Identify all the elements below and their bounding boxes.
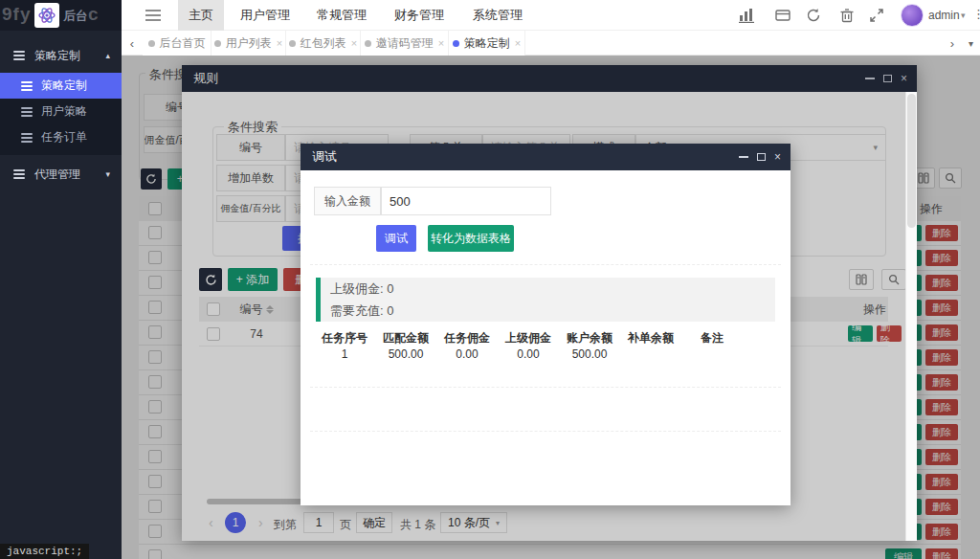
tab-dot bbox=[148, 40, 155, 47]
result-header: 账户余额 bbox=[559, 330, 620, 347]
list-icon bbox=[13, 168, 25, 181]
sidebar-group-label: 策略定制 bbox=[34, 48, 80, 64]
result-header: 任务序号 bbox=[314, 330, 375, 347]
tabs-menu-icon[interactable]: ▾ bbox=[962, 31, 980, 56]
app-logo bbox=[34, 3, 59, 28]
sidebar-group-agent[interactable]: 代理管理 ▾ bbox=[0, 159, 122, 190]
result-header: 任务佣金 bbox=[436, 330, 498, 347]
result-cell: 0.00 bbox=[498, 347, 559, 361]
more-menu-icon[interactable]: ⋮ bbox=[972, 7, 980, 21]
tab-close-icon[interactable]: × bbox=[515, 37, 521, 49]
debug-modal-body: 输入金额 调试 转化为数据表格 上级佣金: 0 需要充值: 0 任务序号 匹配金… bbox=[301, 170, 791, 505]
tabbar: ‹ 后台首页 用户列表 × 红包列表 × 邀请码管理 × 策略定制 × › ▾ bbox=[122, 31, 980, 56]
watermark-left: 9fy bbox=[2, 4, 31, 25]
divider bbox=[310, 264, 781, 265]
convert-button[interactable]: 转化为数据表格 bbox=[428, 225, 514, 252]
divider bbox=[310, 387, 781, 388]
watermark-right: c bbox=[88, 4, 100, 25]
username[interactable]: admin bbox=[928, 9, 960, 22]
tabs-scroll-right-icon[interactable]: › bbox=[943, 31, 962, 56]
avatar[interactable] bbox=[901, 4, 924, 27]
result-cell: 0.00 bbox=[436, 347, 498, 361]
result-cell: 500.00 bbox=[375, 347, 436, 361]
atom-logo-icon bbox=[37, 6, 56, 25]
tabs-scroll-left-icon[interactable]: ‹ bbox=[122, 31, 143, 56]
list-icon bbox=[13, 49, 25, 62]
tab-dot bbox=[453, 40, 459, 47]
app-title: 后台 bbox=[63, 8, 88, 25]
sidebar-item-strategy-custom[interactable]: 策略定制 bbox=[0, 73, 122, 99]
logo-bar: 9fy 后台 c bbox=[0, 0, 122, 31]
result-header: 补单余额 bbox=[620, 330, 681, 347]
sidebar-item-label: 任务订单 bbox=[41, 129, 87, 145]
result-header: 匹配金额 bbox=[375, 330, 436, 347]
stats-icon[interactable] bbox=[739, 8, 754, 23]
chevron-up-icon: ▴ bbox=[105, 51, 110, 60]
main-content: 条件搜索 编号 佣金值/百分比 + 添加 操作 编辑删除编辑删除编辑删除编辑删除… bbox=[122, 56, 980, 559]
tab-user-list[interactable]: 用户列表 × bbox=[212, 31, 286, 56]
tab-redpacket-list[interactable]: 红包列表 × bbox=[286, 31, 361, 56]
sidebar-group-strategy[interactable]: 策略定制 ▴ bbox=[0, 40, 122, 71]
tab-close-icon[interactable]: × bbox=[438, 37, 444, 49]
sidebar: 9fy 后台 c 策略定制 ▴ 策略定制 用户策略 任务订单 bbox=[0, 0, 122, 559]
sidebar-item-label: 策略定制 bbox=[41, 78, 87, 94]
sidebar-submenu: 策略定制 用户策略 任务订单 bbox=[0, 73, 122, 155]
scrollbar-thumb[interactable] bbox=[907, 94, 916, 228]
list-icon bbox=[21, 105, 33, 119]
chevron-down-icon: ▾ bbox=[105, 169, 110, 179]
result-header: 备注 bbox=[681, 330, 743, 347]
result-cell: 500.00 bbox=[559, 347, 620, 361]
fullscreen-icon[interactable] bbox=[869, 8, 884, 23]
tab-close-icon[interactable]: × bbox=[351, 37, 357, 49]
tab-dot bbox=[214, 40, 221, 47]
nav-item-home[interactable]: 主页 bbox=[178, 0, 224, 31]
tab-dot bbox=[289, 40, 296, 47]
amount-input[interactable] bbox=[381, 187, 551, 215]
tab-close-icon[interactable]: × bbox=[277, 37, 282, 49]
debug-modal: 调试 × 输入金额 调试 转化为数据表格 上级佣金: 0 需要充值: 0 任务序… bbox=[301, 144, 791, 505]
alert-line-2: 需要充值: 0 bbox=[330, 300, 766, 322]
user-dropdown-caret-icon[interactable]: ▾ bbox=[961, 11, 966, 20]
close-icon[interactable]: × bbox=[774, 151, 781, 163]
minimize-icon[interactable] bbox=[739, 156, 748, 158]
nav-item-users[interactable]: 用户管理 bbox=[230, 0, 301, 31]
sidebar-item-task-orders[interactable]: 任务订单 bbox=[0, 124, 122, 150]
status-link-tip: javascript:; bbox=[0, 544, 89, 559]
divider bbox=[310, 431, 781, 432]
maximize-icon[interactable] bbox=[757, 153, 766, 161]
amount-label: 输入金额 bbox=[314, 187, 381, 215]
refresh-icon[interactable] bbox=[806, 8, 821, 23]
sidebar-item-label: 用户策略 bbox=[41, 103, 87, 120]
sidebar-item-user-strategy[interactable]: 用户策略 bbox=[0, 99, 122, 124]
nav-item-finance[interactable]: 财务管理 bbox=[384, 0, 455, 31]
list-icon bbox=[21, 79, 33, 93]
sidebar-group-label: 代理管理 bbox=[34, 167, 80, 183]
tab-dashboard[interactable]: 后台首页 bbox=[143, 31, 212, 56]
nav-item-system[interactable]: 系统管理 bbox=[462, 0, 533, 31]
list-icon bbox=[21, 131, 33, 145]
alert-line-1: 上级佣金: 0 bbox=[330, 278, 766, 300]
result-header: 上级佣金 bbox=[498, 330, 559, 347]
debug-modal-title: 调试 bbox=[312, 148, 337, 166]
result-alert: 上级佣金: 0 需要充值: 0 bbox=[316, 278, 775, 322]
debug-modal-header[interactable]: 调试 × bbox=[301, 144, 791, 170]
result-cell: 1 bbox=[314, 347, 375, 361]
trash-icon[interactable] bbox=[839, 8, 855, 23]
tab-invite-codes[interactable]: 邀请码管理 × bbox=[361, 31, 449, 56]
nav-item-general[interactable]: 常规管理 bbox=[306, 0, 377, 31]
debug-button[interactable]: 调试 bbox=[376, 225, 416, 252]
tab-dot bbox=[365, 40, 371, 47]
tab-strategy-custom[interactable]: 策略定制 × bbox=[449, 31, 525, 56]
collapse-menu-icon[interactable] bbox=[145, 9, 161, 24]
rules-modal-scrollbar[interactable] bbox=[905, 92, 917, 541]
topbar: 主页 用户管理 常规管理 财务管理 系统管理 admin ▾ ⋮ bbox=[122, 0, 980, 31]
card-icon[interactable] bbox=[775, 8, 791, 23]
